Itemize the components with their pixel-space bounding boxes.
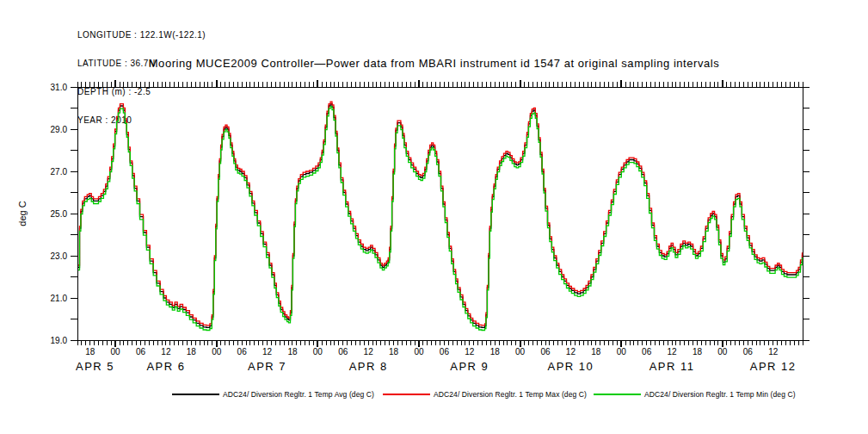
x-hour-label: 06 [338, 347, 348, 356]
x-hour-label: 12 [465, 347, 475, 356]
x-hour-label: 12 [161, 347, 171, 356]
x-hour-label: 00 [414, 347, 424, 356]
x-hour-label: 00 [111, 347, 121, 356]
x-axis-ticks: 1800061218000612180006121800061218000612… [76, 80, 803, 373]
legend-item-avg: ADC24/ Diversion Regltr. 1 Temp Avg (deg… [172, 389, 374, 400]
x-day-label: APR 6 [146, 360, 185, 373]
x-hour-label: 18 [85, 347, 95, 356]
x-hour-label: 18 [591, 347, 601, 356]
y-axis-title: deg C [17, 201, 28, 226]
x-hour-label: 12 [364, 347, 374, 356]
series-line-max [78, 102, 803, 326]
y-tick-label: 21.0 [51, 294, 68, 303]
legend-line-min [594, 394, 641, 395]
x-day-label: APR 5 [76, 360, 114, 373]
x-hour-label: 00 [717, 347, 728, 356]
figure: LONGITUDE : 122.1W(-122.1) LATITUDE : 36… [0, 0, 868, 434]
x-day-label: APR 7 [248, 360, 286, 373]
x-hour-label: 18 [389, 347, 399, 356]
legend-line-avg [172, 394, 219, 395]
y-tick-label: 29.0 [51, 125, 68, 134]
x-day-label: APR 11 [649, 360, 695, 373]
plot-area: 19.021.023.025.027.029.031.0deg C1800061… [0, 0, 868, 434]
x-hour-label: 00 [617, 347, 627, 356]
x-hour-label: 18 [187, 347, 197, 356]
x-hour-label: 12 [768, 347, 779, 356]
x-day-label: APR 12 [750, 360, 797, 373]
x-hour-label: 12 [566, 347, 576, 356]
legend-label-min: ADC24/ Diversion Regltr. 1 Temp Min (deg… [644, 390, 796, 399]
y-tick-label: 25.0 [51, 209, 68, 219]
plot-frame [77, 87, 803, 340]
legend-label-max: ADC24/ Diversion Regltr. 1 Temp Max (deg… [434, 390, 587, 399]
x-day-label: APR 8 [349, 360, 388, 373]
x-day-label: APR 9 [450, 360, 489, 373]
legend-line-max [383, 394, 430, 395]
x-hour-label: 18 [490, 347, 501, 356]
y-axis-ticks: 19.021.023.025.027.029.031.0 [51, 83, 810, 345]
x-hour-label: 06 [642, 347, 652, 356]
y-tick-label: 23.0 [51, 251, 68, 261]
x-hour-label: 06 [440, 347, 450, 356]
series-line-min [78, 107, 803, 331]
x-hour-label: 06 [743, 347, 754, 356]
x-hour-label: 06 [136, 347, 146, 356]
x-day-label: APR 10 [548, 360, 594, 373]
x-hour-label: 12 [668, 347, 678, 356]
legend-item-max: ADC24/ Diversion Regltr. 1 Temp Max (deg… [383, 389, 587, 400]
legend-item-min: ADC24/ Diversion Regltr. 1 Temp Min (deg… [594, 389, 796, 400]
x-hour-label: 06 [237, 347, 248, 356]
x-hour-label: 00 [212, 347, 222, 356]
x-hour-label: 18 [693, 347, 703, 356]
x-hour-label: 18 [287, 347, 298, 356]
x-hour-label: 00 [515, 347, 526, 356]
y-tick-label: 31.0 [51, 83, 68, 92]
x-hour-label: 12 [262, 347, 273, 356]
x-hour-label: 06 [540, 347, 551, 356]
legend-label-avg: ADC24/ Diversion Regltr. 1 Temp Avg (deg… [223, 390, 374, 399]
x-hour-label: 00 [313, 347, 323, 356]
series-line-avg [78, 104, 803, 328]
y-tick-label: 27.0 [51, 167, 68, 177]
y-tick-label: 19.0 [51, 336, 68, 345]
